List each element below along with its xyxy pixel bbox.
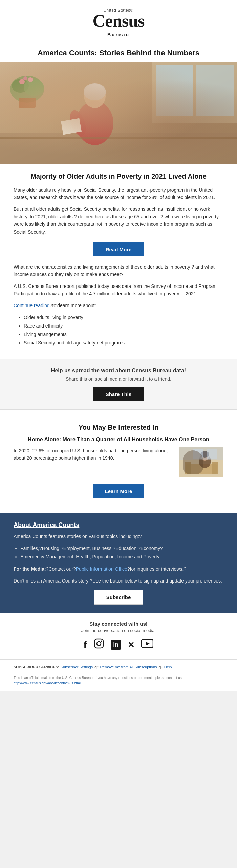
- logo-census: Census: [93, 12, 145, 30]
- social-icons: f in ✕: [14, 638, 223, 651]
- interested-title: You May Be Interested In: [14, 423, 223, 431]
- header: United States® Census Bureau: [0, 0, 237, 43]
- youtube-icon[interactable]: [141, 639, 153, 650]
- svg-rect-4: [156, 65, 193, 116]
- linkedin-icon[interactable]: in: [111, 640, 121, 650]
- article-body-3: What are the characteristics and living …: [14, 263, 223, 278]
- subscriber-settings-link[interactable]: Subscriber Settings: [61, 665, 93, 669]
- svg-rect-17: [19, 98, 36, 108]
- social-title: Stay connected with us!: [14, 621, 223, 627]
- share-subtitle: Share this on social media or forward it…: [14, 376, 223, 382]
- about-media-label: For the Media:: [14, 566, 46, 572]
- svg-rect-23: [212, 462, 218, 474]
- logo-area: United States® Census Bureau: [7, 8, 230, 37]
- remove-subscriptions-link[interactable]: Remove me from All Subscriptions: [100, 665, 157, 669]
- share-section: Help us spread the word about Census Bur…: [0, 359, 237, 410]
- svg-point-7: [84, 84, 106, 108]
- bullet-item-3: Living arrangements: [24, 330, 223, 339]
- sub-article-image: [179, 447, 223, 477]
- subscriber-section: SUBSCRIBER SERVICES: Subscriber Settings…: [0, 659, 237, 672]
- continue-reading-suffix: ?to?learn more about:: [50, 303, 96, 308]
- article-body-4: A U.S. Census Bureau report published to…: [14, 282, 223, 298]
- about-dont-miss: Don't miss an America Counts story!?Use …: [14, 577, 223, 585]
- separator-2: ?|?: [158, 665, 163, 669]
- bullet-item-4: Social Security and old-age safety net p…: [24, 339, 223, 347]
- subscriber-label: SUBSCRIBER SERVICES:: [14, 665, 59, 669]
- subscribe-button[interactable]: Subscribe: [94, 590, 144, 605]
- svg-point-13: [24, 79, 44, 96]
- about-bullet-list: Families,?Housing,?Employment, Business,…: [20, 544, 223, 561]
- svg-rect-5: [196, 65, 234, 116]
- share-this-button[interactable]: Share This: [93, 387, 144, 401]
- about-media-suffix: ?for inquiries or interviews.?: [127, 566, 186, 572]
- instagram-icon[interactable]: [94, 638, 104, 651]
- social-subtitle: Join the conversation on social media.: [14, 628, 223, 633]
- svg-marker-34: [146, 642, 150, 646]
- svg-rect-30: [94, 639, 103, 648]
- svg-point-14: [19, 79, 25, 84]
- about-bullet-1: Families,?Housing,?Employment, Business,…: [20, 544, 223, 553]
- svg-point-11: [10, 76, 44, 103]
- svg-point-12: [12, 79, 29, 93]
- x-twitter-icon[interactable]: ✕: [128, 640, 134, 650]
- learn-more-button[interactable]: Learn More: [93, 484, 145, 498]
- about-section: About America Counts America Counts feat…: [0, 513, 237, 613]
- sub-article-title: Home Alone: More Than a Quarter of All H…: [14, 437, 223, 443]
- footer-url-link[interactable]: http://www.census.gov/about/contact-us.h…: [14, 681, 81, 685]
- separator-1: ?|?: [94, 665, 99, 669]
- continue-reading-link[interactable]: Continue reading: [14, 303, 50, 308]
- article-body-2: But not all older adults get Social Secu…: [14, 205, 223, 236]
- article-body-1: Many older adults rely heavily on Social…: [14, 186, 223, 201]
- article-section: Majority of Older Adults in Poverty in 2…: [0, 164, 237, 359]
- about-label: About: [14, 521, 33, 528]
- article-title: Majority of Older Adults in Poverty in 2…: [14, 172, 223, 181]
- social-section: Stay connected with us! Join the convers…: [0, 613, 237, 659]
- interested-section: You May Be Interested In Home Alone: Mor…: [0, 418, 237, 513]
- svg-rect-28: [193, 449, 203, 459]
- hero-image: [0, 62, 237, 164]
- help-link[interactable]: Help: [164, 665, 172, 669]
- svg-rect-3: [152, 62, 237, 123]
- svg-point-8: [84, 83, 106, 100]
- bullet-item-1: Older adults living in poverty: [24, 313, 223, 322]
- svg-rect-22: [185, 462, 191, 474]
- logo-bureau: Bureau: [107, 31, 130, 37]
- about-public-info-link[interactable]: Public Information Office: [76, 566, 127, 572]
- sub-article-body: In 2020, 27.6% of occupied U.S. househol…: [14, 447, 174, 462]
- about-media-body: ?Contact our?: [46, 566, 76, 572]
- svg-rect-18: [0, 137, 237, 139]
- continue-reading-line: Continue reading?to?learn more about:: [14, 302, 223, 309]
- about-media-line: For the Media:?Contact our?Public Inform…: [14, 565, 223, 573]
- about-title: About America Counts: [14, 521, 223, 529]
- svg-rect-2: [0, 133, 237, 164]
- svg-point-16: [23, 76, 27, 80]
- newsletter-title: America Counts: Stories Behind the Numbe…: [0, 43, 237, 62]
- bullet-item-2: Race and ethnicity: [24, 322, 223, 330]
- svg-point-9: [67, 108, 89, 138]
- svg-point-31: [97, 642, 101, 646]
- facebook-icon[interactable]: f: [84, 638, 87, 651]
- email-wrapper: United States® Census Bureau America Cou…: [0, 0, 237, 691]
- svg-rect-10: [61, 118, 82, 135]
- footer-legal: This is an official email from the U.S. …: [0, 672, 237, 691]
- share-title: Help us spread the word about Census Bur…: [14, 368, 223, 374]
- svg-point-32: [101, 641, 102, 642]
- sub-article-content: In 2020, 27.6% of occupied U.S. househol…: [14, 447, 223, 477]
- svg-point-15: [28, 77, 33, 82]
- article-bullet-list: Older adults living in poverty Race and …: [24, 313, 223, 348]
- about-bullet-2: Emergency Management, Health, Population…: [20, 553, 223, 561]
- about-america-counts[interactable]: America Counts: [33, 521, 79, 528]
- about-body-1: America Counts features stories on vario…: [14, 533, 223, 540]
- svg-rect-0: [0, 62, 237, 164]
- svg-rect-1: [0, 62, 237, 164]
- svg-point-6: [76, 101, 113, 145]
- read-more-button[interactable]: Read More: [93, 242, 144, 256]
- footer-legal-text: This is an official email from the U.S. …: [14, 676, 183, 680]
- svg-rect-29: [207, 449, 217, 459]
- subscriber-links: Subscriber Settings ?|? Remove me from A…: [61, 665, 172, 669]
